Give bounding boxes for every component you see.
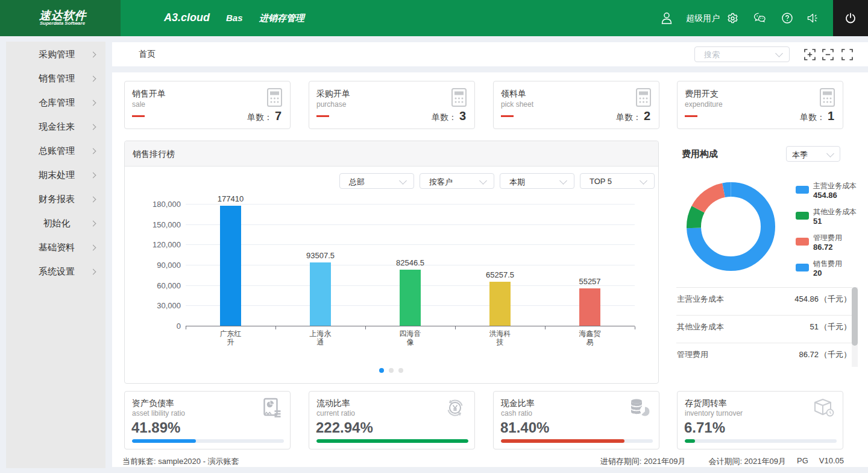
kpi-count-value: 3 <box>459 109 466 122</box>
legend-label: 管理费用 <box>813 233 842 243</box>
chart-filter-select[interactable]: 总部 <box>339 173 414 189</box>
kpi-count-label: 单数： <box>616 112 641 122</box>
footer-item: V10.05 <box>819 456 844 467</box>
chevron-right-icon <box>90 221 96 227</box>
expense-period-value: 本季 <box>792 150 808 160</box>
zoom-out-frame-icon[interactable] <box>822 49 834 60</box>
legend-label: 其他业务成本 <box>813 207 857 217</box>
expense-row-value: 454.86（千元） <box>794 294 851 305</box>
stat-card[interactable]: 流动比率 current ratio 222.94% <box>309 391 475 449</box>
sidebar-item[interactable]: 总账管理 <box>6 139 105 163</box>
x-axis-tick <box>635 326 635 329</box>
sales-ranking-header: 销售排行榜 <box>125 141 658 167</box>
expense-row[interactable]: 管理费用86.72（千元） <box>676 343 852 370</box>
y-axis-tick-label: 180,000 <box>145 200 181 209</box>
y-axis-tick-label: 90,000 <box>145 261 181 270</box>
kpi-card[interactable]: 领料单 pick sheet 单数：2 <box>493 81 659 129</box>
x-axis-tick <box>365 326 366 329</box>
expense-row[interactable]: 主营业务成本454.86（千元） <box>676 287 852 315</box>
logout-power-button[interactable] <box>833 0 868 36</box>
wechat-icon[interactable] <box>753 0 766 36</box>
sidebar-item[interactable]: 初始化 <box>6 211 105 235</box>
stat-progress-fill <box>501 439 624 443</box>
chart-filter-value: 总部 <box>349 177 365 188</box>
speaker-icon[interactable] <box>807 0 819 36</box>
module-name[interactable]: 进销存管理 <box>259 13 304 24</box>
stat-progress-fill <box>132 439 196 443</box>
bar-上海永通[interactable] <box>310 262 331 326</box>
fullscreen-icon[interactable] <box>841 49 853 60</box>
sidebar-item[interactable]: 系统设置 <box>6 259 105 284</box>
zoom-in-frame-icon[interactable] <box>804 49 816 60</box>
stat-card[interactable]: 现金比率 cash ratio 81.40% <box>493 391 659 449</box>
tab-home[interactable]: 首页 <box>139 42 156 66</box>
sidebar-item[interactable]: 仓库管理 <box>6 90 105 115</box>
kpi-card[interactable]: 费用开支 expenditure 单数：1 <box>677 81 843 129</box>
legend-item[interactable]: 销售费用20 <box>796 259 862 285</box>
stat-card[interactable]: 存货周转率 inventory turnover 6.71% <box>677 391 843 449</box>
kpi-title: 采购开单 <box>316 89 350 100</box>
kpi-title: 费用开支 <box>685 89 719 100</box>
legend-item[interactable]: 管理费用86.72 <box>796 233 862 259</box>
chart-filter-select[interactable]: 按客户 <box>420 173 494 189</box>
y-axis-tick-label: 60,000 <box>145 281 181 290</box>
expense-period-select[interactable]: 本季 <box>786 146 840 162</box>
help-icon[interactable] <box>782 0 793 36</box>
expense-row-value: 86.72（千元） <box>799 349 851 360</box>
current-user-label[interactable]: 超级用户 <box>686 13 720 24</box>
kpi-count: 单数：1 <box>800 109 834 123</box>
user-icon[interactable] <box>661 0 672 36</box>
legend-swatch <box>796 186 809 194</box>
sidebar-item[interactable]: 销售管理 <box>6 66 105 90</box>
sidebar-item[interactable]: 采购管理 <box>6 42 105 66</box>
chevron-down-icon <box>479 177 487 185</box>
sidebar-item[interactable]: 基础资料 <box>6 235 105 259</box>
chevron-down-icon[interactable] <box>775 49 783 57</box>
logo-subtitle: Superdata Software <box>40 21 85 26</box>
chart-filter-select[interactable]: TOP 5 <box>580 173 655 189</box>
box-icon <box>813 398 834 421</box>
sidebar-item[interactable]: 现金往来 <box>6 115 105 139</box>
bar-value-label: 55257 <box>563 277 617 286</box>
kpi-card[interactable]: 销售开单 sale 单数：7 <box>124 81 291 129</box>
pager-dot-active[interactable] <box>379 368 384 373</box>
scrollbar-thumb[interactable] <box>852 287 858 346</box>
chart-filter-select[interactable]: 本期 <box>500 173 574 189</box>
stat-card[interactable]: 资产负债率 asset libility ratio 41.89% <box>124 391 291 449</box>
bar-广东红升[interactable] <box>220 206 241 326</box>
stat-subtitle: asset libility ratio <box>132 409 185 417</box>
calculator-icon <box>267 88 282 109</box>
sidebar-item[interactable]: 期末处理 <box>6 163 105 187</box>
kpi-red-dash <box>685 115 697 117</box>
stat-value: 41.89% <box>131 419 180 436</box>
kpi-subtitle: expenditure <box>685 100 723 109</box>
x-axis-tick <box>545 326 546 329</box>
pager-dot[interactable] <box>389 368 394 373</box>
legend-item[interactable]: 其他业务成本51 <box>796 207 862 233</box>
stat-progress-track <box>685 439 837 443</box>
stat-subtitle: inventory turnover <box>685 409 743 417</box>
expense-row[interactable]: 其他业务成本51（千元） <box>676 315 852 343</box>
stat-subtitle: cash ratio <box>501 409 532 417</box>
sidebar-item[interactable]: 财务报表 <box>6 187 105 211</box>
search-input[interactable] <box>695 47 773 62</box>
coins-icon <box>629 398 650 421</box>
stat-title: 流动比率 <box>316 398 350 409</box>
kpi-card[interactable]: 采购开单 purchase 单数：3 <box>309 81 475 129</box>
pager-dot[interactable] <box>398 368 403 373</box>
search-box <box>694 46 790 62</box>
x-axis-tick <box>186 326 186 329</box>
kpi-subtitle: pick sheet <box>501 100 533 109</box>
report-icon <box>262 398 281 421</box>
kpi-title: 销售开单 <box>132 89 166 100</box>
kpi-count-label: 单数： <box>247 112 272 122</box>
legend-value: 51 <box>813 217 822 226</box>
legend-item[interactable]: 主营业务成本454.86 <box>796 181 862 207</box>
settings-gear-icon[interactable] <box>727 0 738 36</box>
product-name: A3.cloud <box>164 11 210 24</box>
bar-洪海科技[interactable] <box>489 282 511 326</box>
bar-四海音像[interactable] <box>400 270 421 325</box>
sidebar-item-label: 基础资料 <box>24 242 89 253</box>
bar-海鑫贸易[interactable] <box>579 288 600 326</box>
power-icon <box>845 13 856 24</box>
